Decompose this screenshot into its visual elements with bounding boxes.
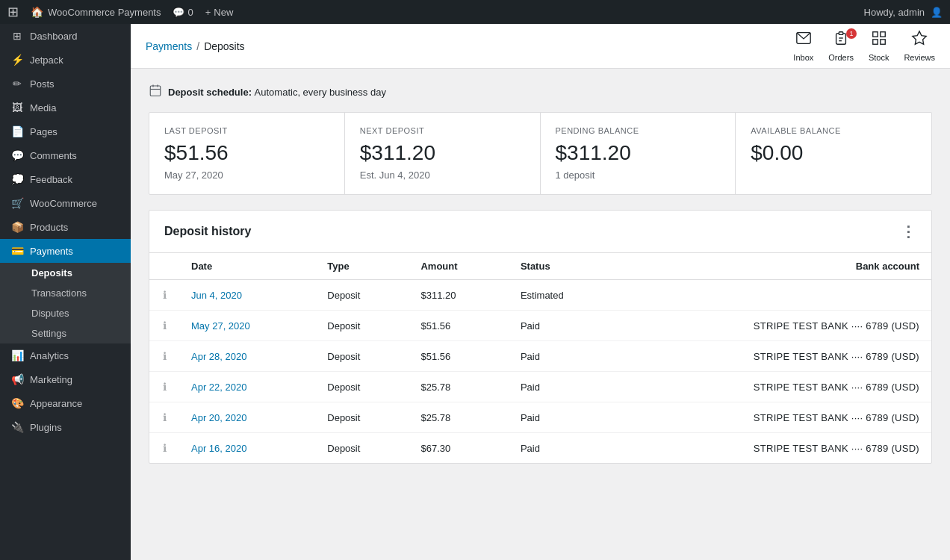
sidebar-item-pages[interactable]: 📄 Pages [0, 119, 131, 143]
submenu-transactions[interactable]: Transactions [0, 283, 131, 303]
breadcrumb-separator: / [196, 40, 199, 52]
th-type[interactable]: Type [315, 253, 409, 280]
deposit-history: Deposit history ⋮ Date Type Amount Statu… [149, 210, 932, 464]
row-info-icon[interactable]: ℹ [149, 311, 179, 341]
row-status: Paid [509, 433, 619, 464]
woocommerce-icon: 🛒 [10, 197, 24, 209]
breadcrumb-parent[interactable]: Payments [146, 40, 192, 52]
row-date[interactable]: Jun 4, 2020 [179, 280, 315, 311]
submenu-settings[interactable]: Settings [0, 323, 131, 343]
stats-cards: LAST DEPOSIT $51.56 May 27, 2020 NEXT DE… [149, 112, 932, 195]
wp-logo-icon: ⊞ [7, 4, 19, 20]
comment-icon: 💬 [173, 7, 184, 18]
deposit-history-title: Deposit history [164, 225, 251, 238]
row-status: Paid [509, 341, 619, 372]
th-amount[interactable]: Amount [409, 253, 508, 280]
sidebar-item-payments[interactable]: 💳 Payments [0, 239, 131, 263]
stat-card-available-balance: AVAILABLE BALANCE $0.00 [736, 113, 931, 194]
table-row: ℹ Apr 22, 2020 Deposit $25.78 Paid STRIP… [149, 372, 931, 402]
row-info-icon[interactable]: ℹ [149, 433, 179, 464]
sidebar-item-jetpack[interactable]: ⚡ Jetpack [0, 48, 131, 72]
th-spacer [149, 253, 179, 280]
row-info-icon[interactable]: ℹ [149, 402, 179, 433]
svg-rect-6 [880, 40, 884, 44]
breadcrumb: Payments / Deposits [146, 40, 245, 52]
stock-button[interactable]: Stock [869, 30, 890, 62]
sidebar: ⊞ Dashboard ⚡ Jetpack ✏ Posts 🖼 Media 📄 … [0, 24, 131, 560]
sidebar-item-products[interactable]: 📦 Products [0, 215, 131, 239]
sidebar-item-dashboard[interactable]: ⊞ Dashboard [0, 24, 131, 48]
th-status[interactable]: Status [509, 253, 619, 280]
pending-balance-value: $311.20 [556, 141, 721, 165]
stat-card-next-deposit: NEXT DEPOSIT $311.20 Est. Jun 4, 2020 [345, 113, 541, 194]
pages-icon: 📄 [10, 125, 24, 137]
submenu-deposits[interactable]: Deposits [0, 263, 131, 283]
stat-card-pending-balance: PENDING BALANCE $311.20 1 deposit [541, 113, 736, 194]
site-title: WooCommerce Payments [48, 7, 161, 18]
dashboard-icon: ⊞ [10, 30, 24, 42]
deposit-history-header: Deposit history ⋮ [149, 211, 931, 253]
sidebar-item-marketing[interactable]: 📢 Marketing [0, 367, 131, 391]
sidebar-item-feedback[interactable]: 💭 Feedback [0, 167, 131, 191]
sidebar-item-posts[interactable]: ✏ Posts [0, 72, 131, 96]
admin-user[interactable]: Howdy, admin 👤 [864, 7, 943, 18]
sidebar-item-appearance[interactable]: 🎨 Appearance [0, 391, 131, 415]
date-link: Jun 4, 2020 [191, 290, 242, 301]
date-link: Apr 28, 2020 [191, 351, 246, 362]
comments-icon: 💬 [10, 149, 24, 161]
row-date[interactable]: May 27, 2020 [179, 311, 315, 341]
row-type: Deposit [315, 311, 409, 341]
inbox-button[interactable]: Inbox [793, 30, 813, 62]
svg-rect-9 [150, 86, 161, 96]
sidebar-item-woocommerce[interactable]: 🛒 WooCommerce [0, 191, 131, 215]
stock-label: Stock [869, 53, 890, 62]
row-bank-account: STRIPE TEST BANK ···· 6789 (USD) [619, 433, 931, 464]
orders-button[interactable]: 1 Orders [828, 30, 854, 62]
comments-count[interactable]: 💬 0 [173, 7, 193, 18]
svg-rect-7 [872, 40, 877, 44]
date-link: Apr 22, 2020 [191, 382, 246, 393]
submenu-disputes[interactable]: Disputes [0, 303, 131, 323]
content-header: Payments / Deposits Inbox 1 Orders [131, 24, 950, 69]
row-amount: $51.56 [409, 311, 508, 341]
deposit-schedule-label: Deposit schedule: Automatic, every busin… [168, 87, 386, 98]
table-header-row: Date Type Amount Status Bank account [149, 253, 931, 280]
svg-rect-1 [839, 32, 843, 35]
inbox-label: Inbox [793, 53, 813, 62]
row-date[interactable]: Apr 20, 2020 [179, 402, 315, 433]
sidebar-item-plugins[interactable]: 🔌 Plugins [0, 415, 131, 439]
new-button[interactable]: + New [205, 7, 234, 18]
sidebar-item-analytics[interactable]: 📊 Analytics [0, 343, 131, 367]
row-type: Deposit [315, 341, 409, 372]
th-date[interactable]: Date [179, 253, 315, 280]
row-info-icon[interactable]: ℹ [149, 280, 179, 311]
appearance-icon: 🎨 [10, 397, 24, 409]
sidebar-item-media[interactable]: 🖼 Media [0, 96, 131, 119]
row-amount: $311.20 [409, 280, 508, 311]
row-bank-account: STRIPE TEST BANK ···· 6789 (USD) [619, 372, 931, 402]
site-name[interactable]: 🏠 WooCommerce Payments [31, 6, 161, 18]
row-date[interactable]: Apr 22, 2020 [179, 372, 315, 402]
row-info-icon[interactable]: ℹ [149, 341, 179, 372]
analytics-icon: 📊 [10, 349, 24, 361]
deposit-schedule: Deposit schedule: Automatic, every busin… [149, 84, 932, 100]
th-bank-account[interactable]: Bank account [619, 253, 931, 280]
more-options-button[interactable]: ⋮ [901, 223, 916, 240]
date-link: May 27, 2020 [191, 320, 250, 332]
stock-icon [871, 30, 887, 51]
last-deposit-label: LAST DEPOSIT [164, 126, 329, 135]
payments-icon: 💳 [10, 245, 24, 257]
pending-balance-sub: 1 deposit [556, 169, 721, 181]
row-date[interactable]: Apr 28, 2020 [179, 341, 315, 372]
row-info-icon[interactable]: ℹ [149, 372, 179, 402]
row-amount: $25.78 [409, 402, 508, 433]
row-date[interactable]: Apr 16, 2020 [179, 433, 315, 464]
reviews-button[interactable]: Reviews [904, 30, 935, 62]
breadcrumb-current: Deposits [204, 40, 244, 52]
row-amount: $67.30 [409, 433, 508, 464]
date-link: Apr 16, 2020 [191, 443, 246, 454]
home-icon: 🏠 [31, 6, 43, 18]
row-type: Deposit [315, 433, 409, 464]
content-area: Payments / Deposits Inbox 1 Orders [131, 24, 950, 560]
sidebar-item-comments[interactable]: 💬 Comments [0, 143, 131, 167]
